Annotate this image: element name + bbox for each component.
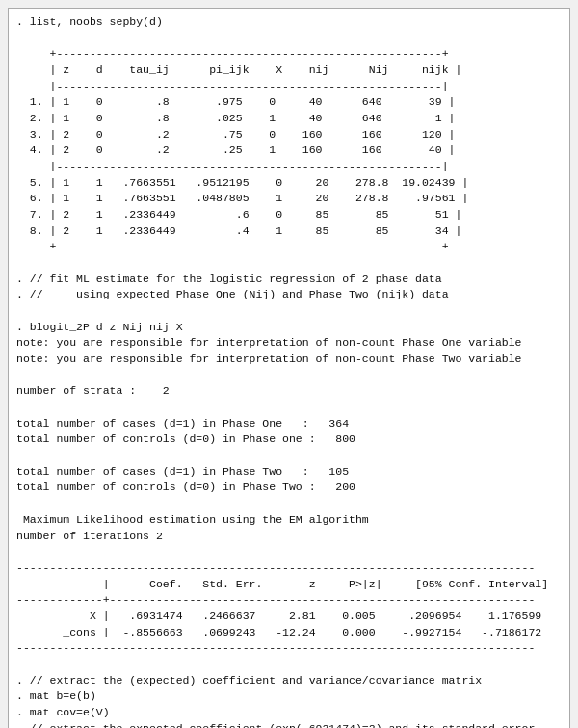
terminal-output: . list, noobs sepby(d) +----------------… bbox=[8, 8, 570, 728]
